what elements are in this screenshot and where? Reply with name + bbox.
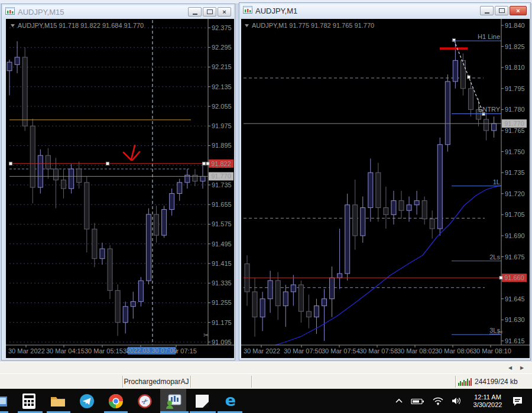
taskbar-app-chrome[interactable] (103, 389, 129, 413)
candle-body (69, 169, 74, 188)
candle-body (484, 119, 489, 131)
taskbar-app-file-explorer[interactable] (45, 389, 71, 413)
price-tick-label: 91.645 (505, 295, 525, 303)
price-tick-label: 92.375 (212, 24, 232, 31)
candle-body (422, 201, 427, 219)
taskbar-app-calculator[interactable] (16, 389, 42, 413)
taskbar-app-notes[interactable] (189, 389, 215, 413)
clock-time: 12:11 AM (474, 394, 501, 401)
price-tick-label: 91.735 (505, 169, 525, 176)
candle-body (123, 307, 128, 323)
price-tick-label: 91.575 (212, 220, 232, 227)
status-bar: ProchargedmoparAJ 244199/24 kb (0, 373, 532, 389)
candle-body (260, 299, 265, 317)
candle-body (7, 62, 12, 71)
price-tick-label: 91.705 (505, 211, 525, 218)
minimize-icon (193, 14, 197, 15)
wifi-icon[interactable] (432, 396, 444, 405)
candle-body (200, 176, 205, 181)
minimize-button[interactable] (188, 7, 202, 17)
price-tick-label: 92.215 (212, 63, 232, 70)
restore-button[interactable] (495, 6, 508, 15)
price-tick-label: 91.765 (505, 127, 525, 134)
minimize-button[interactable] (480, 6, 494, 15)
annotation-label: ENTRY (478, 106, 501, 113)
price-tick-label: 92.135 (212, 83, 232, 90)
candle-body (460, 60, 465, 88)
taskbar-app-metatrader[interactable] (160, 389, 186, 413)
candle-body (368, 173, 373, 207)
calculator-icon (22, 394, 35, 409)
restore-icon (499, 8, 505, 13)
candle-body (268, 281, 273, 299)
taskbar-app-edge[interactable]: e (218, 389, 244, 413)
time-tick-label: 30 Mar 08:10 (473, 347, 511, 355)
restore-button[interactable] (203, 7, 216, 17)
line-handle (106, 162, 109, 165)
chart-m15[interactable]: 92.37592.29592.21592.13592.05591.97591.8… (6, 19, 234, 358)
window-titlebar[interactable]: AUDJPY,M15 × (3, 5, 233, 18)
time-tick-label: 30 Mar 08:06 (435, 347, 473, 355)
svg-text:91.660: 91.660 (504, 274, 524, 281)
time-tick-label: 30 Mar 04:15 (46, 347, 85, 355)
edge-icon: e (223, 393, 238, 409)
chart-corner-glyph: ✂ (498, 329, 503, 336)
candle-body (115, 291, 120, 323)
price-tick-label: 91.975 (212, 122, 232, 129)
battery-icon[interactable] (410, 397, 425, 405)
chart-m1[interactable]: 91.84091.82591.81091.79591.78091.76591.7… (241, 19, 530, 358)
time-highlight-label: 2022.03.30 07:00 (126, 347, 177, 354)
close-button[interactable]: × (510, 6, 527, 15)
traffic-label: 244199/24 kb (475, 378, 518, 386)
price-tick-label: 91.795 (505, 85, 525, 92)
clock-date: 3/30/2022 (473, 401, 502, 408)
price-tick-label: 91.630 (505, 316, 525, 323)
taskbar-app-telegram[interactable] (74, 389, 100, 413)
account-name[interactable]: ProchargedmoparAJ (122, 374, 190, 389)
price-tick-label: 91.175 (212, 319, 232, 326)
price-tick-label: 91.750 (505, 148, 525, 155)
candle-body (345, 205, 350, 274)
status-separator (455, 376, 456, 388)
time-tick-label: 30 Mar 2022 (244, 347, 280, 355)
candle-body (384, 207, 388, 214)
scroll-left-button[interactable]: ◀ (505, 364, 515, 372)
candle-body (306, 311, 311, 317)
partial-app-icon (0, 395, 7, 408)
price-tick-label: 91.840 (505, 22, 525, 29)
minimize-icon (485, 12, 489, 14)
system-tray: 12:11 AM 3/30/2022 (391, 389, 532, 413)
time-tick-label: 30 Mar 2022 (8, 347, 45, 355)
taskbar-app-partial[interactable] (0, 389, 13, 413)
chart-window-audjpy-m15: AUDJPY,M15 × 92.37592.29592.21592.13592.… (1, 4, 235, 360)
candle-body (430, 219, 434, 229)
candle-body (15, 57, 20, 64)
price-tick-label: 91.335 (212, 279, 232, 287)
scroll-strip: ◀ ▶ (0, 362, 532, 375)
candle-body (46, 155, 50, 169)
taskbar: ✂ e 12:11 AM 3/30/2022 3 (0, 389, 532, 413)
candle-body (314, 306, 319, 317)
volume-icon[interactable] (451, 396, 463, 405)
candle-body (376, 173, 381, 207)
time-tick-label: 30 Mar 07:54 (322, 347, 360, 355)
price-tick-label: 91.615 (505, 337, 525, 344)
price-tick-label: 91.825 (505, 43, 525, 50)
candle-body (437, 145, 442, 229)
scroll-right-button[interactable]: ▶ (517, 364, 527, 372)
tray-chevron-up-icon[interactable] (395, 398, 403, 405)
line-handle (9, 162, 12, 165)
price-tick-label: 91.095 (212, 339, 232, 346)
candle-body (414, 201, 419, 205)
price-tick-label: 91.255 (212, 299, 232, 306)
candle-body (322, 299, 327, 306)
svg-text:91.770: 91.770 (504, 120, 524, 127)
taskbar-app-snipping-tool[interactable]: ✂ (132, 389, 158, 413)
trendline-handle (468, 76, 471, 79)
window-titlebar[interactable]: AUDJPY,M1 × (241, 4, 529, 17)
action-center-icon[interactable] (512, 396, 524, 407)
status-separator (251, 376, 252, 388)
taskbar-clock[interactable]: 12:11 AM 3/30/2022 (469, 394, 506, 409)
connection-status[interactable]: 244199/24 kb (458, 374, 518, 389)
close-button[interactable]: × (218, 7, 231, 17)
